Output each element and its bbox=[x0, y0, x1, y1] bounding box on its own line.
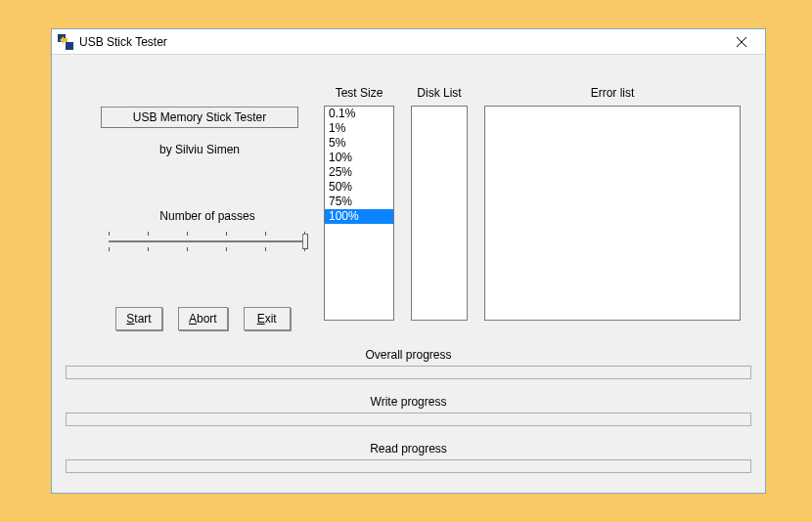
read-progress-bar bbox=[66, 459, 751, 473]
abort-button[interactable]: Abort bbox=[178, 307, 228, 330]
disk-list-listbox[interactable] bbox=[411, 106, 468, 321]
list-item[interactable]: 0.1% bbox=[325, 107, 393, 121]
error-list-label: Error list bbox=[484, 86, 741, 100]
titlebar[interactable]: USB Stick Tester bbox=[52, 29, 765, 55]
app-title-label: USB Memory Stick Tester bbox=[133, 110, 266, 124]
disk-list-label: Disk List bbox=[411, 86, 468, 100]
write-progress-label: Write progress bbox=[52, 395, 765, 409]
list-item[interactable]: 100% bbox=[325, 209, 393, 224]
app-title-frame: USB Memory Stick Tester bbox=[101, 107, 298, 128]
app-window: USB Stick Tester USB Memory Stick Tester… bbox=[51, 28, 766, 494]
list-item[interactable]: 10% bbox=[325, 151, 393, 165]
list-item[interactable]: 50% bbox=[325, 180, 393, 195]
exit-button[interactable]: Exit bbox=[244, 307, 291, 330]
button-row: Start Abort Exit bbox=[115, 307, 291, 330]
svg-rect-2 bbox=[58, 42, 66, 50]
close-icon bbox=[737, 37, 746, 47]
start-button[interactable]: Start bbox=[115, 307, 162, 330]
passes-slider-group: Number of passes bbox=[101, 209, 314, 256]
overall-progress-bar bbox=[66, 366, 751, 379]
svg-rect-3 bbox=[66, 42, 73, 50]
list-item[interactable]: 75% bbox=[325, 195, 393, 209]
passes-caption: Number of passes bbox=[101, 209, 314, 223]
read-progress-label: Read progress bbox=[52, 442, 765, 456]
close-button[interactable] bbox=[722, 30, 761, 54]
test-size-listbox[interactable]: 0.1%1%5%10%25%50%75%100% bbox=[324, 106, 394, 321]
test-size-label: Test Size bbox=[324, 86, 394, 100]
error-list-listbox[interactable] bbox=[484, 106, 741, 321]
author-label: by Silviu Simen bbox=[101, 143, 298, 156]
client-area: USB Memory Stick Tester by Silviu Simen … bbox=[52, 55, 765, 493]
list-item[interactable]: 25% bbox=[325, 165, 393, 180]
app-icon bbox=[58, 34, 73, 50]
list-item[interactable]: 5% bbox=[325, 136, 393, 151]
slider-track bbox=[109, 240, 306, 242]
passes-slider[interactable] bbox=[103, 227, 312, 256]
write-progress-bar bbox=[66, 413, 751, 426]
list-item[interactable]: 1% bbox=[325, 121, 393, 136]
window-title: USB Stick Tester bbox=[79, 35, 722, 49]
overall-progress-label: Overall progress bbox=[52, 348, 765, 362]
slider-thumb[interactable] bbox=[302, 234, 308, 249]
